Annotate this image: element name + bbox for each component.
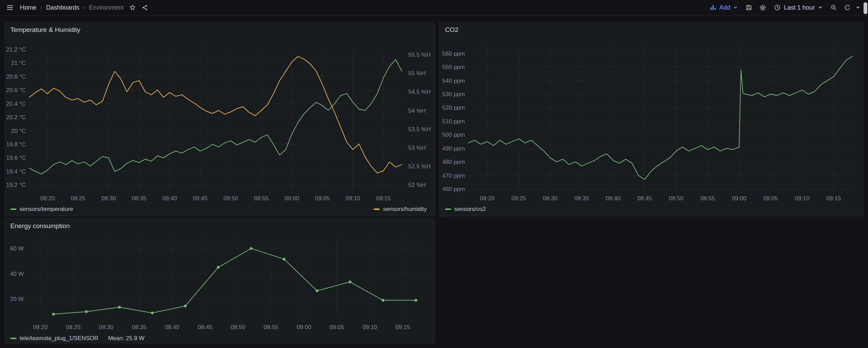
- svg-text:09:15: 09:15: [376, 195, 391, 202]
- star-icon: [129, 4, 136, 11]
- svg-text:510 ppm: 510 ppm: [442, 118, 465, 125]
- svg-text:40 W: 40 W: [10, 271, 24, 277]
- svg-text:20 W: 20 W: [10, 296, 24, 302]
- breadcrumb-dashboards[interactable]: Dashboards: [46, 4, 79, 11]
- refresh-interval-dropdown[interactable]: [855, 3, 863, 12]
- panel-header: CO2: [439, 22, 863, 37]
- svg-text:21.2 °C: 21.2 °C: [6, 46, 26, 53]
- svg-text:08:40: 08:40: [606, 195, 621, 202]
- scrollbar-thumb[interactable]: [864, 2, 867, 14]
- legend: sensors/co2: [439, 204, 863, 216]
- menu-button[interactable]: [3, 2, 16, 13]
- time-range-picker[interactable]: Last 1 hour: [770, 2, 826, 13]
- legend-item-energy[interactable]: tele/tasmota_plug_1/SENSOR: [10, 335, 99, 342]
- clock-icon: [774, 4, 781, 11]
- svg-text:08:20: 08:20: [40, 195, 55, 202]
- svg-text:21 °C: 21 °C: [11, 60, 26, 66]
- breadcrumb-separator: ›: [40, 4, 42, 11]
- svg-text:60 W: 60 W: [10, 245, 24, 252]
- svg-text:09:15: 09:15: [396, 324, 410, 330]
- svg-text:09:00: 09:00: [732, 195, 746, 202]
- panel-temperature-humidity: Temperature & Humidity 08:2008:2508:3008…: [4, 22, 435, 216]
- svg-text:09:10: 09:10: [346, 195, 361, 202]
- favorite-button[interactable]: [126, 2, 139, 13]
- svg-text:52 %H: 52 %H: [408, 182, 426, 188]
- panel-title-energy[interactable]: Energy consumption: [10, 222, 70, 230]
- svg-text:08:25: 08:25: [511, 195, 526, 202]
- co2-chart[interactable]: 08:2008:2508:3008:3508:4008:4508:5008:55…: [439, 37, 863, 204]
- temperature-humidity-chart[interactable]: 08:2008:2508:3008:3508:4008:4508:5008:55…: [5, 37, 434, 204]
- svg-text:08:35: 08:35: [132, 195, 147, 202]
- svg-text:490 ppm: 490 ppm: [442, 145, 465, 152]
- svg-text:09:15: 09:15: [826, 195, 841, 202]
- breadcrumb-separator: ›: [83, 4, 85, 11]
- svg-text:08:35: 08:35: [132, 324, 147, 330]
- svg-text:20.2 °C: 20.2 °C: [6, 114, 26, 121]
- svg-text:09:00: 09:00: [297, 324, 311, 330]
- legend-label-energy: tele/tasmota_plug_1/SENSOR: [20, 335, 99, 342]
- panel-co2: CO2 08:2008:2508:3008:3508:4008:4508:500…: [439, 22, 864, 216]
- refresh-button[interactable]: [841, 2, 854, 13]
- chevron-down-icon: [733, 5, 738, 10]
- energy-chart[interactable]: 08:2008:2508:3008:3508:4008:4508:5008:55…: [5, 234, 434, 334]
- svg-text:480 ppm: 480 ppm: [442, 159, 465, 165]
- svg-text:19.2 °C: 19.2 °C: [6, 182, 26, 188]
- svg-text:540 ppm: 540 ppm: [442, 78, 465, 84]
- svg-text:08:45: 08:45: [193, 195, 208, 202]
- legend-label-co2: sensors/co2: [454, 206, 486, 213]
- svg-text:530 ppm: 530 ppm: [442, 91, 465, 98]
- svg-text:20.8 °C: 20.8 °C: [6, 74, 26, 80]
- share-button[interactable]: [139, 2, 151, 13]
- svg-text:09:05: 09:05: [330, 324, 344, 330]
- top-navbar: Home › Dashboards › Environment: [0, 0, 868, 15]
- breadcrumb-current-environment: Environment: [89, 4, 124, 11]
- svg-text:08:25: 08:25: [66, 324, 81, 330]
- svg-text:08:40: 08:40: [162, 195, 177, 202]
- svg-text:55.5 %H: 55.5 %H: [408, 52, 431, 58]
- svg-text:560 ppm: 560 ppm: [442, 50, 465, 57]
- svg-text:08:20: 08:20: [33, 324, 48, 330]
- svg-text:550 ppm: 550 ppm: [442, 64, 465, 70]
- svg-text:52.5 %H: 52.5 %H: [408, 163, 431, 170]
- svg-text:08:45: 08:45: [198, 324, 213, 330]
- chevron-down-icon: [856, 5, 860, 10]
- svg-text:08:50: 08:50: [669, 195, 684, 202]
- svg-text:08:55: 08:55: [254, 195, 269, 202]
- series-swatch-co2: [445, 209, 451, 210]
- svg-text:08:30: 08:30: [543, 195, 558, 202]
- legend-mean-value: Mean: 25.9 W: [108, 335, 145, 342]
- svg-text:08:25: 08:25: [71, 195, 85, 202]
- svg-text:08:30: 08:30: [101, 195, 116, 202]
- panel-title-temperature-humidity[interactable]: Temperature & Humidity: [10, 26, 80, 34]
- add-panel-icon: [710, 4, 717, 11]
- series-swatch-temperature: [10, 209, 16, 210]
- svg-text:53.5 %H: 53.5 %H: [408, 126, 431, 133]
- svg-text:09:10: 09:10: [795, 195, 810, 202]
- svg-text:19.4 °C: 19.4 °C: [6, 168, 26, 175]
- gear-icon: [759, 4, 766, 11]
- series-swatch-humidity: [374, 209, 380, 210]
- legend-item-temperature[interactable]: sensors/temperature: [10, 206, 73, 213]
- hamburger-menu-icon: [6, 4, 14, 11]
- add-button[interactable]: Add: [706, 2, 741, 13]
- panel-energy-consumption: Energy consumption 08:2008:2508:3008:350…: [4, 218, 435, 344]
- panel-header: Energy consumption: [5, 218, 434, 234]
- svg-text:53 %H: 53 %H: [408, 145, 426, 151]
- svg-text:08:20: 08:20: [480, 195, 495, 202]
- svg-text:55 %H: 55 %H: [408, 70, 426, 77]
- refresh-icon: [844, 4, 851, 11]
- legend: tele/tasmota_plug_1/SENSOR Mean: 25.9 W: [5, 334, 434, 343]
- breadcrumb: Home › Dashboards › Environment: [20, 4, 124, 11]
- time-range-label: Last 1 hour: [784, 4, 815, 11]
- legend-item-humidity[interactable]: sensors/humidity: [374, 206, 427, 213]
- svg-text:20 °C: 20 °C: [11, 128, 26, 134]
- panel-title-co2[interactable]: CO2: [445, 26, 458, 34]
- svg-text:08:50: 08:50: [224, 195, 238, 202]
- svg-text:09:05: 09:05: [763, 195, 778, 202]
- save-dashboard-button[interactable]: [743, 2, 755, 13]
- legend-item-co2[interactable]: sensors/co2: [445, 206, 486, 213]
- breadcrumb-home[interactable]: Home: [20, 4, 36, 11]
- zoom-out-time-button[interactable]: [827, 2, 840, 13]
- dashboard-settings-button[interactable]: [756, 2, 769, 13]
- svg-text:08:30: 08:30: [99, 324, 114, 330]
